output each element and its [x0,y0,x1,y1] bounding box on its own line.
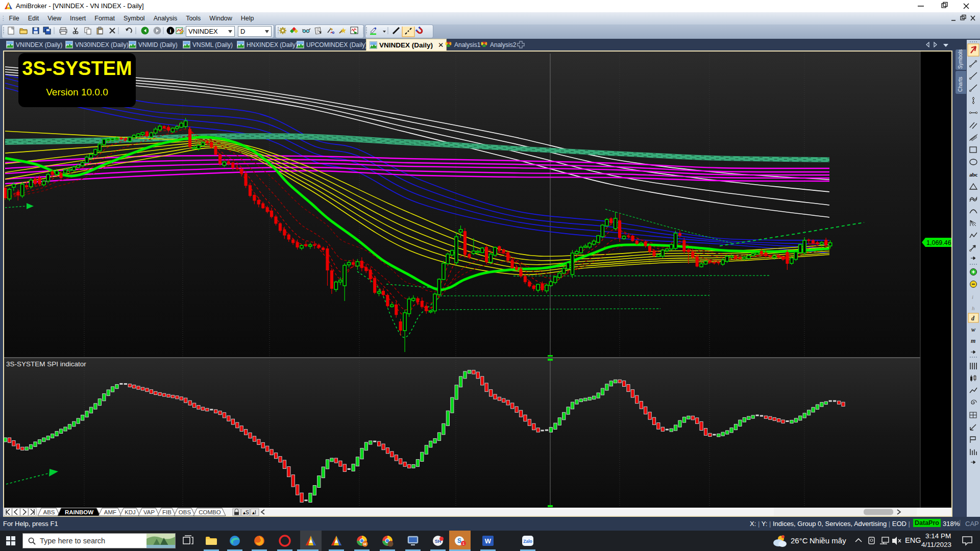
svg-text:1,069.46: 1,069.46 [926,239,951,246]
svg-text:w: w [971,326,976,333]
svg-text:▴I: ▴I [252,510,256,515]
svg-text:h: h [972,305,975,311]
svg-text:Zalo: Zalo [523,539,532,544]
svg-text:FIB: FIB [162,509,172,515]
svg-text:VAP: VAP [143,509,155,515]
svg-text:RAINBOW: RAINBOW [65,509,93,515]
svg-text:3S-SYSTEM SPI indicator: 3S-SYSTEM SPI indicator [6,360,86,368]
svg-text:COMBO: COMBO [199,509,221,515]
svg-text:i: i [972,294,973,300]
svg-text:m: m [971,337,975,344]
svg-text:KDJ: KDJ [125,509,136,515]
svg-text:1: 1 [462,541,465,546]
svg-text:3S-SYSTEM: 3S-SYSTEM [22,58,132,79]
svg-text:S: S [457,537,461,544]
svg-text:i: i [169,28,171,34]
svg-text:abc: abc [969,171,978,178]
svg-text:AMF: AMF [104,509,116,515]
svg-text:d: d [971,315,975,322]
svg-text:H: H [363,542,366,546]
svg-text:OBS: OBS [179,509,191,515]
svg-text:Version 10.0.0: Version 10.0.0 [46,87,108,97]
svg-text:ABS: ABS [43,509,55,515]
svg-text:W: W [485,537,492,545]
svg-text:▴S: ▴S [243,510,249,515]
